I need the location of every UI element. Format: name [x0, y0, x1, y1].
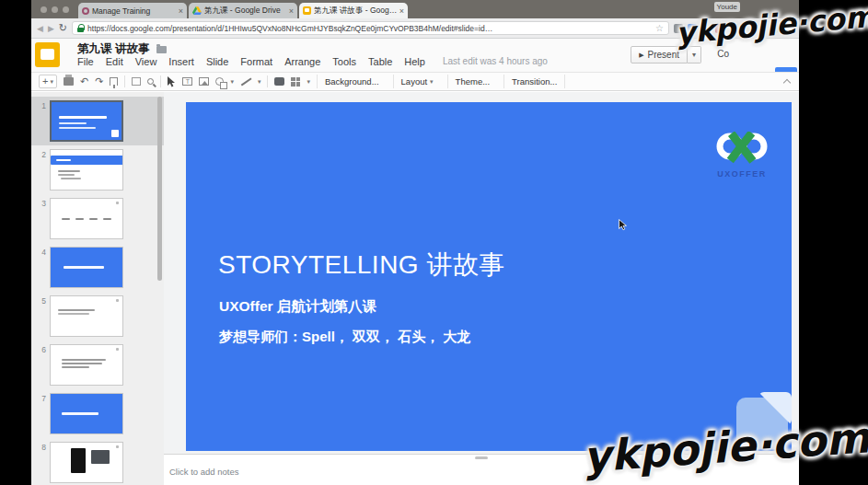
background-button[interactable]: Background...: [317, 75, 387, 88]
chevron-down-icon: ▾: [307, 78, 310, 86]
tab-title: 第九课 讲故事 - Google Slid…: [314, 6, 398, 17]
slide-thumbnail-8[interactable]: 8: [31, 442, 164, 485]
bookmark-star-icon[interactable]: ☆: [655, 23, 664, 33]
slide-thumbnail-5[interactable]: 5: [31, 295, 164, 344]
present-label: Present: [648, 50, 679, 60]
tab-google-slides-active[interactable]: 第九课 讲故事 - Google Slid… ×: [299, 3, 408, 18]
slide-thumbnail-1[interactable]: 1: [31, 97, 164, 145]
thumbnail-preview[interactable]: [50, 100, 123, 142]
slide-number: 3: [31, 198, 46, 239]
notes-resize-handle[interactable]: [475, 456, 488, 459]
edit-toolbar: + ▾ ↶ ↷ T ▾ ▾ ▾ Background...: [31, 72, 799, 91]
slide-thumbnail-4[interactable]: 4: [31, 247, 164, 295]
undo-icon[interactable]: ↶: [80, 76, 88, 87]
document-title[interactable]: 第九课 讲故事: [77, 41, 149, 57]
slide-number: 6: [31, 344, 46, 386]
theme-button[interactable]: Theme...: [447, 75, 498, 88]
reload-icon[interactable]: ↻: [59, 22, 67, 34]
thumbnail-preview[interactable]: [50, 295, 123, 337]
new-slide-button[interactable]: + ▾: [39, 75, 57, 88]
close-tab-icon[interactable]: ×: [289, 6, 294, 16]
insert-shape-icon[interactable]: [215, 77, 224, 86]
text-box-icon[interactable]: T: [182, 77, 192, 86]
tab-favicon: [82, 7, 89, 15]
url-text[interactable]: https://docs.google.com/presentation/d/1…: [87, 24, 652, 33]
layout-button[interactable]: Layout ▾: [393, 75, 441, 88]
slide-thumbnail-3[interactable]: 3: [31, 198, 164, 247]
chevron-down-icon: ▾: [430, 78, 434, 86]
forward-icon[interactable]: ▶: [48, 24, 54, 33]
zoom-fit-icon[interactable]: [132, 77, 141, 86]
thumbnail-preview[interactable]: [50, 442, 123, 483]
thumbnail-preview[interactable]: [50, 247, 123, 288]
slide-number: 1: [31, 100, 46, 142]
toolbar-separator: [160, 75, 161, 87]
current-slide[interactable]: UXOFFER STORYTELLING 讲故事 UXOffer 启航计划第八课…: [186, 102, 792, 451]
close-tab-icon[interactable]: ×: [179, 6, 183, 16]
slide-thumbnail-2[interactable]: 2: [31, 149, 164, 198]
chevron-down-icon: ▾: [258, 78, 261, 86]
uxoffer-logo-icon: [715, 132, 769, 165]
uxoffer-logo: UXOFFER: [707, 132, 777, 179]
menu-edit[interactable]: Edit: [106, 56, 123, 67]
menu-tools[interactable]: Tools: [332, 56, 356, 67]
uxoffer-logo-text: UXOFFER: [707, 169, 777, 179]
slides-app-logo[interactable]: [35, 42, 60, 67]
menu-table[interactable]: Table: [368, 56, 392, 67]
maximize-window-button[interactable]: [63, 6, 69, 13]
mouse-cursor: [619, 219, 628, 231]
move-to-folder-icon[interactable]: [156, 46, 167, 53]
transition-button[interactable]: Transition...: [503, 75, 565, 88]
plus-icon: +: [42, 76, 48, 87]
thumbnail-preview[interactable]: [50, 149, 123, 191]
menu-help[interactable]: Help: [404, 56, 425, 67]
menu-arrange[interactable]: Arrange: [284, 56, 320, 67]
menu-format[interactable]: Format: [240, 56, 272, 67]
slide-title[interactable]: STORYTELLING 讲故事: [218, 248, 505, 283]
menu-file[interactable]: File: [77, 56, 94, 67]
menu-view[interactable]: View: [135, 56, 157, 67]
close-tab-icon[interactable]: ×: [399, 6, 404, 16]
insert-image-icon[interactable]: [199, 77, 209, 86]
insert-comment-icon[interactable]: [274, 77, 284, 86]
select-tool-icon[interactable]: [168, 76, 176, 87]
layout-label: Layout: [401, 76, 428, 87]
slide-thumbnail-6[interactable]: 6: [31, 344, 164, 393]
zoom-icon[interactable]: [147, 78, 154, 85]
print-icon[interactable]: [64, 77, 74, 86]
play-icon: ▶: [639, 52, 643, 59]
thumbnail-preview[interactable]: [50, 198, 123, 239]
slide-filmstrip: 1 2: [31, 92, 164, 485]
comments-button[interactable]: Co: [717, 49, 729, 59]
slide-number: 8: [31, 442, 46, 483]
slide-mentors-line[interactable]: 梦想导师们：Spell， 双双， 石头， 大龙: [219, 329, 470, 346]
menu-bar: File Edit View Insert Slide Format Arran…: [77, 56, 548, 67]
align-icon[interactable]: [291, 77, 300, 87]
minimize-window-button[interactable]: [52, 6, 58, 13]
tab-google-drive[interactable]: 第九课 - Google Drive ×: [189, 3, 297, 18]
close-window-button[interactable]: [41, 6, 47, 13]
thumbnail-preview[interactable]: [50, 393, 123, 434]
paint-format-icon[interactable]: [110, 77, 118, 86]
url-field[interactable]: https://docs.google.com/presentation/d/1…: [72, 21, 669, 35]
chevron-down-icon: ▾: [50, 78, 53, 86]
slide-thumbnail-7[interactable]: 7: [31, 393, 164, 442]
tab-manage-training[interactable]: Manage Training ×: [78, 3, 187, 18]
slide-subtitle[interactable]: UXOffer 启航计划第八课: [219, 297, 376, 317]
slide-number: 7: [31, 393, 46, 434]
thumbnail-preview[interactable]: [50, 344, 123, 386]
back-icon[interactable]: ◀: [37, 24, 43, 33]
video-frame: Manage Training × 第九课 - Google Drive × 第…: [0, 0, 868, 485]
menu-slide[interactable]: Slide: [206, 56, 228, 67]
filmstrip-scrollbar[interactable]: [157, 97, 162, 281]
https-lock-icon: [77, 24, 84, 32]
notes-placeholder[interactable]: Click to add notes: [169, 467, 239, 477]
redo-icon[interactable]: ↷: [95, 76, 103, 87]
collapse-toolbar-icon[interactable]: [782, 79, 792, 85]
insert-line-icon[interactable]: [240, 76, 251, 87]
window-controls[interactable]: [41, 6, 69, 13]
menu-insert[interactable]: Insert: [168, 56, 194, 67]
slide-number: 4: [31, 247, 46, 288]
last-edit-status[interactable]: Last edit was 4 hours ago: [443, 56, 548, 67]
chevron-down-icon: ▾: [692, 51, 696, 59]
